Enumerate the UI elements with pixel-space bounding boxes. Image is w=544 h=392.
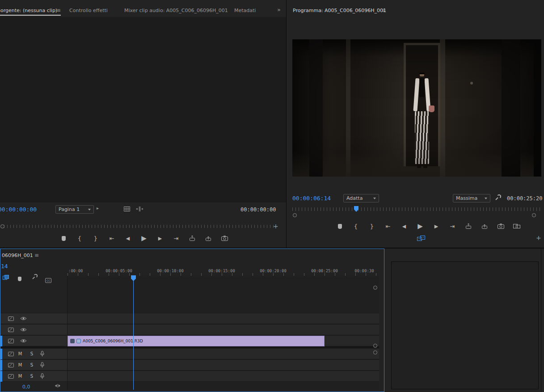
chevron-down-icon — [88, 209, 91, 211]
timeline-scroll-handle-top[interactable] — [373, 286, 377, 290]
goto-in-button[interactable]: ⇤ — [106, 234, 118, 242]
sync-lock-icon[interactable] — [8, 328, 14, 332]
mute-button[interactable]: M — [14, 362, 26, 367]
goto-out-button[interactable]: ⇥ — [170, 234, 182, 242]
eye-icon[interactable] — [20, 316, 27, 320]
tab-program[interactable]: Programma: A005_C006_06096H_001 — [293, 8, 386, 13]
ruler-label: 00:00:30 — [354, 269, 374, 273]
program-button-editor-plus[interactable]: + — [536, 235, 541, 241]
lift-button[interactable] — [463, 222, 474, 230]
timeline-playhead-timecode[interactable]: 14 — [1, 263, 8, 270]
export-frame-button[interactable] — [495, 222, 506, 230]
source-button-editor-plus[interactable]: + — [273, 223, 278, 229]
source-current-timecode[interactable]: 00:00:00:00 — [0, 206, 37, 213]
goto-out-button[interactable]: ⇥ — [447, 222, 458, 230]
sync-lock-icon[interactable] — [8, 339, 14, 343]
horizontal-divider — [0, 248, 544, 249]
captions-display-icon[interactable] — [124, 207, 130, 211]
track-target-v1[interactable] — [0, 336, 2, 346]
program-settings-wrench-icon[interactable] — [495, 194, 501, 201]
mic-icon[interactable] — [40, 362, 44, 368]
vignette — [292, 39, 541, 177]
program-zoom-dropdown[interactable]: Adatta — [343, 194, 379, 202]
captions-icon[interactable]: CC — [45, 275, 51, 283]
timeline-zoom-value[interactable]: 0,0 — [22, 384, 30, 390]
zoom-fit-icon[interactable] — [55, 384, 60, 388]
source-panel-menu-icon[interactable]: ≡ — [56, 8, 61, 13]
play-button[interactable]: ▶ — [414, 222, 426, 230]
step-back-button[interactable]: ◀ — [122, 234, 134, 242]
captions-label: CC — [45, 278, 51, 283]
tab-source[interactable]: Sorgente: (nessuna clip) — [0, 8, 57, 13]
sync-lock-icon[interactable] — [8, 363, 14, 367]
timeline-playhead-line[interactable] — [133, 276, 134, 390]
step-back-button[interactable]: ◀ — [398, 222, 410, 230]
source-zoom-handle-left[interactable] — [0, 224, 4, 228]
track-target-a1[interactable] — [0, 349, 2, 359]
dual-view-icon[interactable] — [136, 207, 143, 211]
program-scrubber[interactable] — [292, 207, 541, 211]
program-quality-dropdown[interactable]: Massima — [453, 194, 490, 202]
mark-out-button[interactable]: } — [366, 222, 378, 230]
camera-icon — [498, 223, 504, 229]
step-forward-button[interactable]: ▶ — [430, 222, 442, 230]
lift-button[interactable] — [186, 234, 198, 242]
eye-icon[interactable] — [20, 328, 27, 332]
play-button[interactable]: ▶ — [138, 234, 150, 242]
timeline-panel: 06096H_001 ≡ 14 CC :00:00 00:00:05:00 00… — [0, 249, 384, 392]
goto-in-button[interactable]: ⇤ — [382, 222, 394, 230]
eye-icon[interactable] — [20, 339, 27, 343]
program-playhead-handle[interactable] — [354, 206, 358, 212]
add-marker-button[interactable] — [58, 234, 69, 242]
timeline-scroll-handle-bottom[interactable] — [373, 350, 377, 354]
comparison-view-button[interactable] — [511, 222, 523, 230]
video-track-header-v2 — [0, 324, 67, 335]
solo-button[interactable]: S — [26, 362, 37, 367]
solo-button[interactable]: S — [26, 351, 37, 356]
mark-out-button[interactable]: } — [90, 234, 101, 242]
chevron-down-icon — [485, 198, 487, 199]
program-current-timecode[interactable]: 00:00:06:14 — [292, 195, 331, 202]
source-page-dropdown[interactable]: Pagina 1 — [55, 205, 94, 214]
page-forward-icon[interactable]: ▸ — [97, 206, 99, 211]
sync-lock-icon[interactable] — [8, 352, 14, 356]
secondary-panel — [385, 249, 544, 392]
sync-lock-icon[interactable] — [8, 374, 14, 379]
mute-button[interactable]: M — [14, 351, 26, 356]
nest-sequences-toggle-icon[interactable] — [3, 275, 9, 280]
active-tab-underline — [0, 15, 61, 16]
tab-overflow-icon[interactable]: » — [277, 7, 281, 13]
add-marker-button[interactable] — [334, 222, 346, 230]
program-panel-menu-icon[interactable]: ≡ — [381, 8, 386, 13]
toggle-proxies-icon[interactable] — [417, 236, 425, 241]
program-zoom-handle-right[interactable] — [532, 213, 536, 217]
program-zoom-handle-left[interactable] — [293, 213, 297, 217]
extract-button[interactable] — [202, 234, 214, 242]
source-scrubber[interactable] — [1, 225, 276, 228]
timeline-clip[interactable]: A005_C006_06096H_001.R3D — [67, 336, 325, 346]
track-target-a3[interactable] — [0, 371, 2, 382]
mark-in-button[interactable]: { — [350, 222, 362, 230]
mic-icon[interactable] — [40, 351, 44, 357]
tab-timeline-sequence[interactable]: 06096H_001 — [2, 253, 33, 258]
mark-in-button[interactable]: { — [74, 234, 85, 242]
timeline-settings-wrench-icon[interactable] — [32, 274, 38, 280]
extract-button[interactable] — [479, 222, 490, 230]
tab-effect-controls[interactable]: Controllo effetti — [69, 8, 108, 13]
tab-audio-clip-mixer[interactable]: Mixer clip audio: A005_C006_06096H_001 — [124, 8, 228, 13]
clip-fx-icon — [70, 339, 75, 343]
clip-label: A005_C006_06096H_001.R3D — [83, 339, 143, 344]
export-frame-button[interactable] — [219, 234, 230, 242]
lift-icon — [465, 223, 472, 229]
solo-button[interactable]: S — [26, 374, 37, 379]
tab-metadata[interactable]: Metadati — [234, 8, 256, 13]
mute-button[interactable]: M — [14, 374, 26, 379]
mic-icon[interactable] — [40, 373, 44, 379]
track-target-a2[interactable] — [0, 360, 2, 371]
sync-lock-icon[interactable] — [8, 316, 14, 321]
timeline-add-marker-icon[interactable] — [18, 274, 21, 283]
timeline-panel-menu-icon[interactable]: ≡ — [34, 253, 39, 258]
step-forward-button[interactable]: ▶ — [154, 234, 166, 242]
ruler-label: :00:00 — [68, 269, 83, 273]
timeline-scroll-handle-mid[interactable] — [373, 344, 377, 348]
